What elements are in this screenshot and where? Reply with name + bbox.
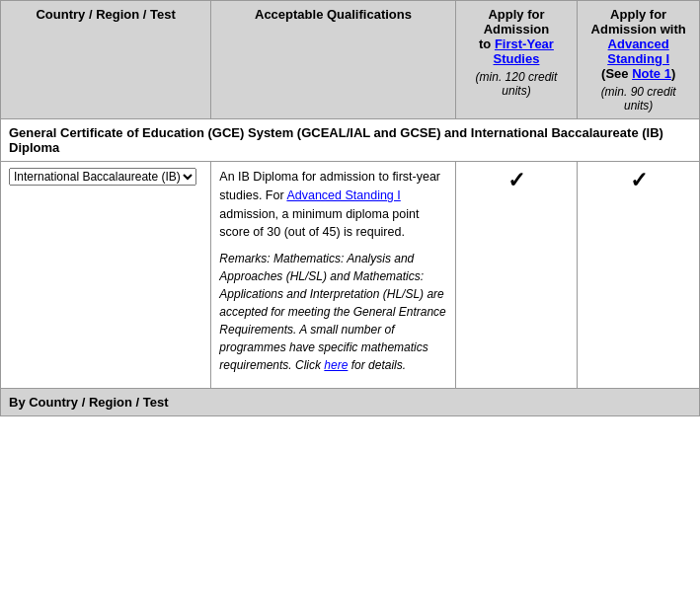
section-header-row: General Certificate of Education (GCE) S… <box>1 119 700 162</box>
advanced-standing-body-link[interactable]: Advanced Standing I <box>286 188 400 202</box>
country-cell: International Baccalaureate (IB) Diploma <box>1 162 211 389</box>
section-footer-cell: By Country / Region / Test <box>1 389 700 416</box>
admission-table: Country / Region / Test Acceptable Quali… <box>0 0 700 416</box>
checkmark-first-year: ✓ <box>455 162 578 389</box>
section-header-cell: General Certificate of Education (GCE) S… <box>1 119 700 162</box>
qualification-dropdown[interactable]: International Baccalaureate (IB) Diploma <box>9 168 196 186</box>
section-footer-row: By Country / Region / Test <box>1 389 700 416</box>
header-apply-advanced: Apply forAdmission withAdvanced Standing… <box>578 1 700 119</box>
ib-diploma-row: International Baccalaureate (IB) Diploma… <box>1 162 700 389</box>
checkmark-advanced-standing: ✓ <box>578 162 700 389</box>
here-link[interactable]: here <box>324 358 348 372</box>
note1-link[interactable]: Note 1 <box>632 66 671 81</box>
header-qualifications: Acceptable Qualifications <box>211 1 455 119</box>
qualification-text: An IB Diploma for admission to first-yea… <box>219 168 446 374</box>
first-year-link[interactable]: First-Year Studies <box>493 37 553 66</box>
qualification-description-cell: An IB Diploma for admission to first-yea… <box>211 162 455 389</box>
header-apply-first-year: Apply forAdmissionto First-Year Studies … <box>455 1 578 119</box>
advanced-standing-header-link[interactable]: Advanced Standing I <box>607 37 669 66</box>
header-country: Country / Region / Test <box>1 1 211 119</box>
